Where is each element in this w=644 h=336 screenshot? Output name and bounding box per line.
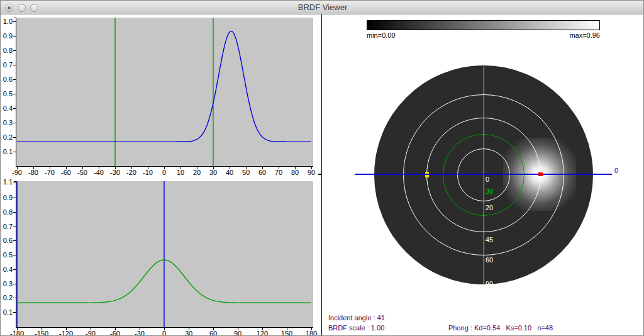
- phi-y-tick: [13, 182, 16, 182]
- phi-y-tick: [13, 255, 16, 255]
- colorbar-max-label: max=0.96: [506, 31, 600, 39]
- polar-angle-label-60: 60: [486, 256, 493, 264]
- theta-y-tick-label: 0.8: [1, 47, 13, 54]
- phi-x-tick-label: -30: [128, 330, 151, 336]
- phi-y-tick: [13, 240, 16, 241]
- theta-chart-canvas: [16, 18, 313, 166]
- polar-angle-label-90: 90: [486, 280, 493, 288]
- phi-y-tick-label: 0.3: [1, 280, 13, 288]
- title-bar[interactable]: BRDF Viewer: [1, 1, 644, 14]
- colorbar-min-label: min=0.00: [367, 31, 396, 39]
- brdf-theta-curve: [17, 31, 311, 142]
- phi-y-tick-label: 0.8: [1, 208, 13, 216]
- theta-y-tick: [13, 36, 16, 36]
- polar-horizontal-axis: [355, 174, 612, 175]
- phi-y-tick: [13, 298, 16, 298]
- phi-y-tick: [13, 284, 16, 284]
- phi-x-tick-label: -150: [30, 330, 53, 336]
- phi-y-tick: [13, 198, 16, 198]
- phi-x-axis: [16, 327, 313, 328]
- phi-y-tick: [13, 212, 16, 213]
- phi-chart-canvas: [16, 181, 313, 327]
- phi-y-tick-label: 0.1: [1, 308, 13, 316]
- theta-y-tick: [13, 108, 16, 109]
- phi-y-tick-label: 0.4: [1, 266, 13, 273]
- phi-y-tick-label: 0.2: [1, 294, 13, 301]
- theta-y-tick: [13, 50, 16, 51]
- theta-y-tick: [13, 152, 16, 152]
- theta-y-tick-label: 0.3: [1, 119, 13, 126]
- polar-angle-label-0: 0: [486, 176, 489, 183]
- polar-vertical-axis: [484, 66, 484, 284]
- window-title: BRDF Viewer: [1, 1, 644, 14]
- phi-y-tick-label: 0.5: [1, 251, 13, 259]
- phi-x-tick-label: -120: [55, 330, 77, 336]
- theta-x-tick-label: 90: [300, 169, 323, 176]
- phi-x-tick-label: 30: [177, 330, 200, 336]
- phi-x-tick-label: -90: [79, 330, 102, 336]
- theta-y-tick: [13, 21, 16, 22]
- theta-y-tick: [13, 65, 16, 65]
- theta-y-tick-label: 0.4: [1, 104, 13, 112]
- phi-x-tick-label: 90: [226, 330, 249, 336]
- polar-angle-label-20: 20: [486, 204, 493, 211]
- polar-angle-label-45: 45: [486, 236, 493, 244]
- theta-y-tick-label: 0.1: [1, 148, 13, 155]
- phi-x-tick-label: -180: [6, 330, 28, 336]
- phi-x-tick-label: -60: [104, 330, 126, 336]
- brdf-viewer-window: BRDF Viewer 1/sr deg. 1/sr deg. min=0.00…: [0, 0, 644, 336]
- phi-y-tick-label: 0.9: [1, 194, 13, 201]
- phi-y-tick-label: 0.6: [1, 237, 13, 244]
- theta-y-tick: [13, 137, 16, 138]
- theta-y-tick: [13, 94, 16, 94]
- polar-axis-zero-label: 0: [614, 167, 618, 174]
- theta-y-tick-label: 0.6: [1, 76, 13, 83]
- phi-y-tick: [13, 312, 16, 313]
- brdf-scale-readout: BRDF scale : 1.00: [328, 324, 384, 332]
- phi-y-tick-label: 0.7: [1, 223, 13, 230]
- theta-y-tick-label: 0.5: [1, 90, 13, 98]
- phi-x-tick-label: 180: [300, 330, 323, 336]
- theta-y-tick-label: 0.9: [1, 32, 13, 40]
- theta-y-tick: [13, 123, 16, 123]
- phi-x-tick-label: 60: [202, 330, 225, 336]
- theta-y-tick-label: 0.2: [1, 133, 13, 141]
- phi-x-tick-label: 150: [275, 330, 298, 336]
- phi-x-tick-label: 120: [251, 330, 274, 336]
- specular-direction-marker[interactable]: [538, 172, 543, 176]
- incident-angle-readout: Incident angle : 41: [328, 314, 385, 322]
- colorbar: [367, 20, 600, 30]
- divider-axis-tick: [318, 174, 322, 175]
- polar-angle-label-30: 30: [486, 188, 493, 195]
- theta-y-tick-label: 0.7: [1, 61, 13, 69]
- theta-y-tick-label: 1.0: [1, 18, 13, 25]
- phi-y-tick: [13, 269, 16, 270]
- theta-y-tick: [13, 79, 16, 80]
- phi-x-tick-label: 0: [153, 330, 175, 336]
- phong-parameters-readout: Phong : Kd=0.54 Ks=0.10 n=48: [448, 324, 553, 332]
- theta-x-axis: [16, 166, 313, 167]
- phi-y-tick-label: 1.1: [1, 178, 13, 186]
- phi-y-tick: [13, 227, 16, 227]
